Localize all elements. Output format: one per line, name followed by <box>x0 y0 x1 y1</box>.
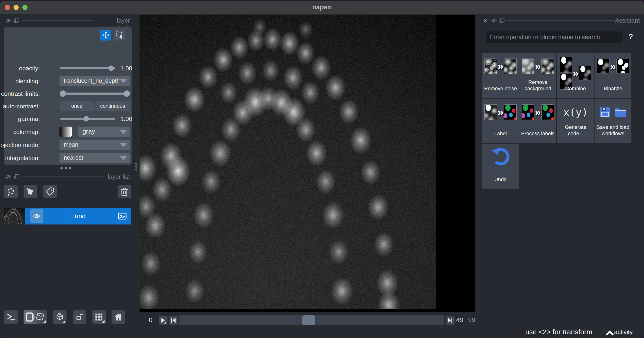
auto-contrast-once-button[interactable]: once <box>60 101 94 111</box>
skip-start-icon <box>171 318 176 323</box>
float-panel-icon[interactable] <box>14 174 20 180</box>
roll-dimensions-button[interactable] <box>73 310 86 324</box>
undo-arrow-icon <box>490 147 511 167</box>
napari-window: napari layer controls opacity: <box>0 1 644 338</box>
play-icon <box>161 318 165 323</box>
gamma-label: gamma: <box>0 115 40 123</box>
skip-to-start-button[interactable] <box>169 316 178 325</box>
new-labels-layer-button[interactable] <box>44 185 57 198</box>
layer-visibility-button[interactable] <box>30 209 44 223</box>
assistant-tile-process-labels[interactable]: » Process labels <box>520 99 556 143</box>
activity-button[interactable]: activity <box>606 329 632 337</box>
assistant-tile-save-load-workflows[interactable]: Save and load workflows <box>594 99 632 143</box>
contrast-high-handle[interactable] <box>124 90 130 97</box>
assistant-tile-binarize[interactable]: » Binarize <box>594 53 632 98</box>
colormap-gradient-swatch[interactable] <box>60 127 72 137</box>
combine-input-thumb-1 <box>560 57 572 73</box>
hide-panel-icon[interactable] <box>5 17 11 23</box>
transform-mode-button[interactable] <box>114 30 125 40</box>
axis-label: 0 <box>149 316 152 324</box>
new-points-layer-button[interactable] <box>4 185 18 198</box>
remove-background-output-thumb <box>541 58 554 74</box>
projection-mode-value: mean <box>64 141 78 148</box>
floppy-disk-icon <box>598 105 612 119</box>
title-bar: napari <box>0 1 644 14</box>
roll-arrow-icon <box>75 312 84 322</box>
grid-view-button[interactable] <box>92 310 106 324</box>
opacity-slider[interactable] <box>60 67 115 69</box>
trash-icon <box>120 187 129 196</box>
assistant-tile-remove-noise[interactable]: » Remove noise <box>482 53 519 98</box>
layer-row-selected[interactable]: Lund <box>25 208 131 225</box>
assistant-tile-combine[interactable]: » Combine <box>557 53 594 98</box>
gamma-slider-handle[interactable] <box>84 116 89 121</box>
arrow-chevrons-icon: » <box>498 107 504 117</box>
contrast-low-handle[interactable] <box>60 90 66 97</box>
image-layer-icon <box>117 211 128 221</box>
auto-contrast-continuous-button[interactable]: continuous <box>95 101 130 111</box>
remove-noise-input-thumb <box>484 58 497 74</box>
activity-label: activity <box>614 329 632 336</box>
blending-dropdown[interactable]: translucent_no_depth <box>60 76 130 86</box>
label-input-thumb <box>484 104 497 120</box>
process-labels-input-thumb <box>522 104 534 120</box>
home-reset-view-button[interactable] <box>112 310 125 324</box>
assistant-tile-undo[interactable]: Undo <box>482 144 519 189</box>
interpolation-dropdown[interactable]: nearest <box>60 153 130 163</box>
projection-mode-dropdown[interactable]: mean <box>60 140 130 150</box>
left-dock-drag-handle[interactable]: ••• <box>134 162 138 171</box>
ndisplay-toggle-button[interactable] <box>24 310 47 324</box>
help-button[interactable]: ? <box>628 32 633 41</box>
play-button[interactable] <box>159 316 168 325</box>
process-labels-output-thumb <box>541 104 554 120</box>
canvas-viewport[interactable] <box>140 15 475 312</box>
blending-label: blending: <box>0 78 40 85</box>
tile-label: Save and load workflows <box>596 124 630 137</box>
hide-panel-icon[interactable] <box>491 17 497 23</box>
tile-label: Label <box>483 130 518 137</box>
code-xy-icon: x(y) <box>563 106 588 118</box>
layer-name: Lund <box>44 208 114 225</box>
float-panel-icon[interactable] <box>14 17 20 23</box>
hide-panel-icon[interactable] <box>5 174 11 180</box>
layer-row-lund[interactable]: Lund <box>4 208 131 225</box>
float-panel-icon[interactable] <box>499 17 505 23</box>
assistant-search-input[interactable] <box>486 31 622 43</box>
home-icon <box>114 312 123 322</box>
status-message: use <2> for transform <box>506 328 611 336</box>
tag-icon <box>46 187 55 196</box>
pan-zoom-mode-button[interactable] <box>100 30 111 40</box>
chevron-up-icon <box>606 330 614 336</box>
2d-3d-toggle-icon <box>26 312 46 322</box>
arrow-chevrons-icon: » <box>535 61 541 71</box>
assistant-header: ✕ Assistant <box>475 16 644 25</box>
dock-resize-handle[interactable]: ••• <box>60 163 73 172</box>
folder-icon <box>614 105 628 119</box>
close-panel-icon[interactable]: ✕ <box>482 17 488 23</box>
layer-list-title: layer list <box>106 173 130 180</box>
shapes-icon <box>26 187 35 196</box>
delete-layer-button[interactable] <box>118 185 131 198</box>
assistant-tile-generate-code[interactable]: x(y) Generate code... <box>557 99 594 143</box>
rotate-3d-button[interactable] <box>53 310 66 324</box>
colormap-dropdown[interactable]: gray <box>78 127 130 137</box>
tile-label: Remove background <box>520 79 555 92</box>
opacity-label: opacity: <box>0 65 40 72</box>
opacity-slider-handle[interactable] <box>108 65 114 71</box>
layer-thumbnail <box>4 208 25 225</box>
auto-contrast-label: auto-contrast: <box>0 103 40 110</box>
combine-output-thumb <box>579 66 591 80</box>
assistant-tile-remove-background[interactable]: » Remove background <box>520 53 556 98</box>
tile-label: Remove noise <box>483 85 518 92</box>
frame-slider-track[interactable] <box>179 315 444 325</box>
new-shapes-layer-button[interactable] <box>24 185 37 198</box>
assistant-tile-label[interactable]: » Label <box>482 99 519 143</box>
console-button[interactable] <box>4 310 18 324</box>
layer-controls-panel: opacity: 1.00 blending: translucent_no_d… <box>4 27 132 165</box>
contrast-limits-slider[interactable] <box>60 92 129 95</box>
tile-label: Process labels <box>520 130 555 137</box>
frame-slider-handle[interactable] <box>302 315 315 325</box>
remove-background-input-thumb <box>522 58 534 74</box>
binarize-input-thumb <box>597 59 610 73</box>
interpolation-value: nearest <box>64 154 83 161</box>
